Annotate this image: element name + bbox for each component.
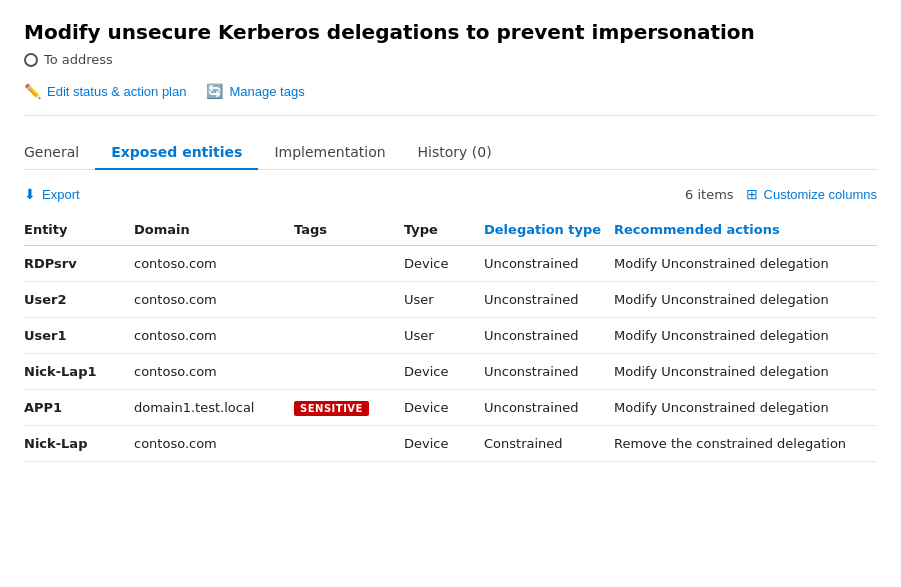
entities-table: Entity Domain Tags Type Delegation type … bbox=[24, 214, 877, 462]
cell-tags: SENSITIVE bbox=[294, 390, 404, 426]
cell-type: Device bbox=[404, 354, 484, 390]
table-row: APP1domain1.test.localSENSITIVEDeviceUnc… bbox=[24, 390, 877, 426]
cell-type: Device bbox=[404, 426, 484, 462]
col-recommended-header: Recommended actions bbox=[614, 214, 877, 246]
edit-status-button[interactable]: ✏️ Edit status & action plan bbox=[24, 83, 186, 99]
table-row: User2contoso.comUserUnconstrainedModify … bbox=[24, 282, 877, 318]
tab-general[interactable]: General bbox=[24, 136, 95, 170]
toolbar-right: 6 items ⊞ Customize columns bbox=[685, 186, 877, 202]
entity-name: APP1 bbox=[24, 400, 62, 415]
export-button[interactable]: ⬇ Export bbox=[24, 186, 80, 202]
edit-label: Edit status & action plan bbox=[47, 84, 186, 99]
items-count: 6 items bbox=[685, 187, 734, 202]
table-header-row: Entity Domain Tags Type Delegation type … bbox=[24, 214, 877, 246]
cell-entity: User1 bbox=[24, 318, 134, 354]
table-row: RDPsrvcontoso.comDeviceUnconstrainedModi… bbox=[24, 246, 877, 282]
cell-delegation: Unconstrained bbox=[484, 318, 614, 354]
col-type-header: Type bbox=[404, 214, 484, 246]
cell-type: Device bbox=[404, 390, 484, 426]
download-icon: ⬇ bbox=[24, 186, 36, 202]
manage-tags-button[interactable]: 🔄 Manage tags bbox=[206, 83, 304, 99]
cell-type: Device bbox=[404, 246, 484, 282]
tabs-row: General Exposed entities Implementation … bbox=[24, 136, 877, 170]
cell-tags bbox=[294, 246, 404, 282]
columns-icon: ⊞ bbox=[746, 186, 758, 202]
cell-recommended: Modify Unconstrained delegation bbox=[614, 354, 877, 390]
cell-tags bbox=[294, 282, 404, 318]
col-delegation-header: Delegation type bbox=[484, 214, 614, 246]
customize-columns-button[interactable]: ⊞ Customize columns bbox=[746, 186, 877, 202]
cell-domain: contoso.com bbox=[134, 318, 294, 354]
customize-label: Customize columns bbox=[764, 187, 877, 202]
entity-name: User2 bbox=[24, 292, 67, 307]
tag-icon: 🔄 bbox=[206, 83, 223, 99]
table-row: Nick-Lap1contoso.comDeviceUnconstrainedM… bbox=[24, 354, 877, 390]
status-label: To address bbox=[44, 52, 113, 67]
col-tags-header: Tags bbox=[294, 214, 404, 246]
status-row: To address bbox=[24, 52, 877, 67]
tab-history[interactable]: History (0) bbox=[402, 136, 508, 170]
tab-implementation[interactable]: Implementation bbox=[258, 136, 401, 170]
cell-delegation: Constrained bbox=[484, 426, 614, 462]
actions-row: ✏️ Edit status & action plan 🔄 Manage ta… bbox=[24, 83, 877, 116]
toolbar-row: ⬇ Export 6 items ⊞ Customize columns bbox=[24, 186, 877, 202]
cell-delegation: Unconstrained bbox=[484, 390, 614, 426]
table-row: Nick-Lapcontoso.comDeviceConstrainedRemo… bbox=[24, 426, 877, 462]
entity-name: User1 bbox=[24, 328, 67, 343]
cell-delegation: Unconstrained bbox=[484, 282, 614, 318]
cell-recommended: Modify Unconstrained delegation bbox=[614, 390, 877, 426]
cell-recommended: Modify Unconstrained delegation bbox=[614, 246, 877, 282]
cell-tags bbox=[294, 318, 404, 354]
cell-domain: contoso.com bbox=[134, 246, 294, 282]
cell-entity: Nick-Lap1 bbox=[24, 354, 134, 390]
entity-name: Nick-Lap1 bbox=[24, 364, 97, 379]
cell-entity: RDPsrv bbox=[24, 246, 134, 282]
cell-type: User bbox=[404, 282, 484, 318]
cell-entity: APP1 bbox=[24, 390, 134, 426]
sensitive-badge: SENSITIVE bbox=[294, 401, 369, 416]
entity-name: RDPsrv bbox=[24, 256, 77, 271]
status-circle-icon bbox=[24, 53, 38, 67]
cell-entity: Nick-Lap bbox=[24, 426, 134, 462]
cell-recommended: Modify Unconstrained delegation bbox=[614, 318, 877, 354]
cell-delegation: Unconstrained bbox=[484, 246, 614, 282]
cell-domain: contoso.com bbox=[134, 354, 294, 390]
manage-label: Manage tags bbox=[229, 84, 304, 99]
page-title: Modify unsecure Kerberos delegations to … bbox=[24, 20, 877, 44]
cell-tags bbox=[294, 354, 404, 390]
edit-icon: ✏️ bbox=[24, 83, 41, 99]
cell-tags bbox=[294, 426, 404, 462]
tab-exposed[interactable]: Exposed entities bbox=[95, 136, 258, 170]
export-label: Export bbox=[42, 187, 80, 202]
entity-name: Nick-Lap bbox=[24, 436, 87, 451]
cell-recommended: Remove the constrained delegation bbox=[614, 426, 877, 462]
col-domain-header: Domain bbox=[134, 214, 294, 246]
cell-entity: User2 bbox=[24, 282, 134, 318]
table-row: User1contoso.comUserUnconstrainedModify … bbox=[24, 318, 877, 354]
cell-delegation: Unconstrained bbox=[484, 354, 614, 390]
cell-type: User bbox=[404, 318, 484, 354]
col-entity-header: Entity bbox=[24, 214, 134, 246]
cell-domain: contoso.com bbox=[134, 426, 294, 462]
cell-domain: domain1.test.local bbox=[134, 390, 294, 426]
cell-recommended: Modify Unconstrained delegation bbox=[614, 282, 877, 318]
cell-domain: contoso.com bbox=[134, 282, 294, 318]
